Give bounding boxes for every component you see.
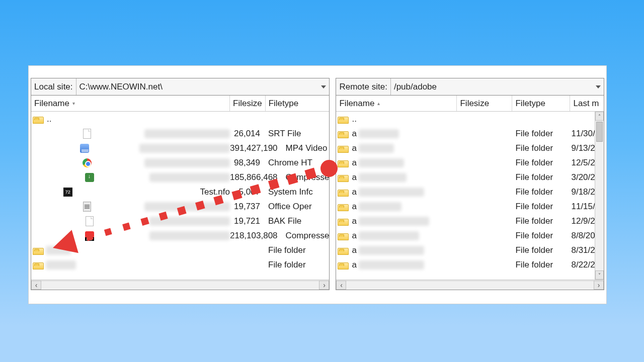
remote-header-lastmod[interactable]: Last m bbox=[570, 96, 604, 111]
filename-text: .. bbox=[352, 114, 356, 124]
remote-hscroll-track[interactable] bbox=[346, 281, 594, 290]
remote-file-list[interactable]: ..aFile folder11/30/aFile folder9/13/2aF… bbox=[336, 112, 604, 280]
filetype-text: File folder bbox=[512, 143, 570, 153]
file-icon bbox=[83, 158, 92, 167]
filename-text: a bbox=[352, 158, 356, 168]
scroll-right-icon[interactable] bbox=[319, 281, 329, 290]
folder-icon bbox=[338, 190, 349, 197]
filesize-text: 185,866,468 bbox=[230, 172, 283, 183]
folder-icon bbox=[338, 117, 349, 124]
table-row[interactable]: .. bbox=[336, 112, 604, 126]
remote-path-input[interactable]: /pub/adobe bbox=[390, 78, 604, 95]
filesize-text: 19,721 bbox=[230, 216, 265, 226]
scroll-down-icon[interactable] bbox=[595, 270, 604, 280]
table-row[interactable]: .. bbox=[31, 112, 329, 126]
filename-text: .. bbox=[47, 114, 51, 124]
redacted-filename bbox=[359, 217, 429, 226]
local-path-text: C:\www.NEOWIN.net\ bbox=[79, 82, 163, 92]
local-header-filename[interactable]: Filename ▾ bbox=[31, 96, 230, 111]
file-icon bbox=[80, 144, 89, 153]
filename-text: a bbox=[352, 245, 356, 255]
table-row[interactable]: 185,866,468Compresse bbox=[31, 170, 329, 185]
filename-text: a bbox=[352, 231, 356, 241]
filename-text: a bbox=[352, 129, 356, 139]
table-row[interactable]: aFile folder11/15/ bbox=[336, 199, 604, 214]
table-row[interactable]: aFile folder9/13/2 bbox=[336, 141, 604, 155]
folder-icon bbox=[338, 262, 349, 269]
filename-text: a bbox=[352, 143, 356, 153]
table-row[interactable]: File folder bbox=[31, 243, 329, 257]
filename-text: a bbox=[352, 216, 356, 226]
folder-icon bbox=[338, 248, 349, 255]
folder-icon bbox=[338, 233, 349, 240]
table-row[interactable]: 19,737Office Oper bbox=[31, 199, 329, 214]
vscroll-thumb[interactable] bbox=[596, 122, 603, 142]
chevron-down-icon[interactable] bbox=[596, 85, 601, 88]
local-path-input[interactable]: C:\www.NEOWIN.net\ bbox=[76, 78, 330, 95]
folder-icon bbox=[33, 262, 44, 269]
local-hscroll-track[interactable] bbox=[41, 281, 319, 290]
local-header-filesize[interactable]: Filesize bbox=[230, 96, 266, 111]
scroll-up-icon[interactable] bbox=[595, 112, 604, 121]
local-list-header: Filename ▾ Filesize Filetype bbox=[31, 96, 329, 112]
table-row[interactable]: aFile folder3/20/2 bbox=[336, 170, 604, 185]
local-file-list[interactable]: ..26,014SRT File391,427,190MP4 Video98,3… bbox=[31, 112, 329, 280]
folder-icon bbox=[33, 117, 44, 124]
table-row[interactable]: aFile folder8/22/2 bbox=[336, 257, 604, 272]
filetype-text: File folder bbox=[512, 172, 570, 183]
redacted-filename bbox=[139, 144, 230, 153]
table-row[interactable]: aFile folder9/18/2 bbox=[336, 185, 604, 199]
folder-icon bbox=[338, 160, 349, 167]
table-row[interactable]: 391,427,190MP4 Video bbox=[31, 141, 329, 155]
table-row[interactable]: 19,721BAK File bbox=[31, 214, 329, 228]
filesize-text: 98,349 bbox=[230, 158, 265, 168]
table-row[interactable]: aFile folder12/5/2 bbox=[336, 155, 604, 170]
table-row[interactable]: 26,014SRT File bbox=[31, 126, 329, 141]
local-header-filetype[interactable]: Filetype bbox=[266, 96, 330, 111]
remote-header-filesize[interactable]: Filesize bbox=[457, 96, 512, 111]
filename-text: a bbox=[352, 172, 356, 183]
filesize-text: 5,007 bbox=[230, 187, 265, 197]
redacted-filename bbox=[359, 158, 404, 167]
redacted-filename bbox=[149, 217, 230, 226]
redacted-filename bbox=[359, 188, 424, 197]
filetype-text: File folder bbox=[512, 129, 570, 139]
redacted-filename bbox=[359, 246, 424, 255]
filetype-text: File folder bbox=[265, 260, 329, 270]
table-row[interactable]: Test.nfo5,007System Infc bbox=[31, 185, 329, 199]
remote-header-filename[interactable]: Filename ▴ bbox=[336, 96, 457, 111]
file-icon bbox=[85, 231, 94, 240]
scroll-left-icon[interactable] bbox=[31, 281, 41, 290]
folder-icon bbox=[338, 175, 349, 182]
table-row[interactable]: aFile folder11/30/ bbox=[336, 126, 604, 141]
panes-wrap: Local site: C:\www.NEOWIN.net\ Filename … bbox=[31, 78, 604, 290]
file-icon bbox=[83, 129, 91, 139]
table-row[interactable]: File folder bbox=[31, 257, 329, 272]
table-row[interactable]: aFile folder12/9/2 bbox=[336, 214, 604, 228]
filesize-text: 26,014 bbox=[230, 129, 265, 139]
filesize-text: 391,427,190 bbox=[230, 143, 283, 153]
filetype-text: BAK File bbox=[265, 216, 329, 226]
table-row[interactable]: aFile folder8/8/20 bbox=[336, 228, 604, 243]
chevron-down-icon[interactable] bbox=[321, 85, 326, 88]
table-row[interactable]: aFile folder8/31/2 bbox=[336, 243, 604, 257]
remote-pane: Remote site: /pub/adobe Filename ▴ Files… bbox=[336, 78, 604, 290]
filetype-text: File folder bbox=[512, 202, 570, 212]
local-hscrollbar[interactable] bbox=[31, 280, 329, 290]
filetype-text: Compresse bbox=[283, 231, 330, 241]
table-row[interactable]: 218,103,808Compresse bbox=[31, 228, 329, 243]
redacted-filename bbox=[359, 260, 424, 269]
remote-path-text: /pub/adobe bbox=[394, 82, 437, 92]
remote-header-filetype[interactable]: Filetype bbox=[512, 96, 570, 111]
folder-icon bbox=[338, 204, 349, 211]
filename-text: a bbox=[352, 260, 356, 270]
redacted-filename bbox=[359, 202, 401, 211]
remote-vscrollbar[interactable] bbox=[595, 112, 604, 280]
scroll-left-icon[interactable] bbox=[336, 281, 346, 290]
filetype-text: Compresse bbox=[283, 172, 330, 183]
filetype-text: System Infc bbox=[265, 187, 329, 197]
table-row[interactable]: 98,349Chrome HT bbox=[31, 155, 329, 170]
folder-icon bbox=[338, 219, 349, 226]
scroll-right-icon[interactable] bbox=[594, 281, 604, 290]
remote-hscrollbar[interactable] bbox=[336, 280, 604, 290]
